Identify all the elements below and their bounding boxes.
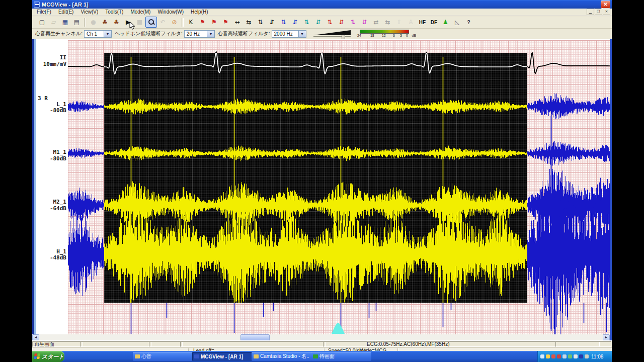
runner-icon[interactable]: K bbox=[185, 17, 197, 28]
scale-up-mid-icon[interactable]: ⇅ bbox=[324, 17, 336, 28]
compress-vertical-icon[interactable]: ⇵ bbox=[266, 17, 278, 28]
channel-name-M2_1: M2_1 bbox=[53, 199, 67, 205]
tray-icon-5[interactable] bbox=[562, 354, 567, 358]
df-filter-button[interactable]: DF bbox=[428, 17, 440, 28]
menu-item-7[interactable]: Help(H) bbox=[187, 9, 211, 15]
ecg-scale-label: 10mm/mV bbox=[43, 61, 66, 67]
status-pane-3 bbox=[149, 341, 183, 347]
help-button[interactable]: ? bbox=[463, 17, 474, 28]
tray-icon-7[interactable] bbox=[574, 354, 578, 358]
chevron-down-icon[interactable]: ▼ bbox=[207, 30, 215, 38]
volume-thumb[interactable] bbox=[342, 35, 345, 39]
channel-gain-L_1: -80dB bbox=[50, 107, 66, 114]
meter-tick-label: -24 bbox=[356, 34, 361, 37]
level-meter: -24-18-12-6-3-0dB bbox=[360, 29, 420, 38]
scroll-right-icon[interactable]: ► bbox=[603, 334, 610, 340]
tray-icon-9[interactable] bbox=[585, 354, 589, 358]
shift-right-icon[interactable]: ⇆ bbox=[382, 17, 393, 28]
scale-down-mid-icon[interactable]: ⇵ bbox=[336, 17, 347, 28]
taskbar-task-3[interactable]: Camtasia Studio - 名.. bbox=[252, 352, 312, 361]
scale-down-ecg-icon[interactable]: ⇵ bbox=[289, 17, 301, 28]
play-channel-label: 心音再生チャンネル: bbox=[35, 30, 83, 37]
mdi-minimize-button[interactable]: ▁ bbox=[587, 9, 594, 15]
task-label: Camtasia Studio - 名.. bbox=[260, 353, 309, 360]
taskbar-task-1[interactable]: 心音 bbox=[133, 352, 193, 361]
close-button[interactable]: ✕ bbox=[601, 1, 610, 9]
menu-item-1[interactable]: File(F) bbox=[33, 9, 55, 15]
scale-up-low-icon[interactable]: ⇅ bbox=[301, 17, 312, 28]
level-meter-bar bbox=[360, 30, 409, 34]
magnifier-icon bbox=[148, 19, 154, 25]
scale-down-low-icon[interactable]: ⇵ bbox=[312, 17, 324, 28]
hf-filter-button[interactable]: HF bbox=[417, 17, 428, 28]
tray-icon-1[interactable] bbox=[540, 354, 544, 358]
mdi-close-button[interactable]: ✕ bbox=[603, 9, 610, 15]
control-bar: 心音再生チャンネル: Ch 1 ▼ ヘッドホン低域遮断フィルタ: 20 Hz ▼… bbox=[32, 29, 612, 39]
chevron-down-icon[interactable]: ▼ bbox=[104, 30, 112, 38]
tray-icons bbox=[540, 354, 590, 358]
scale-up-ecg-icon[interactable]: ⇅ bbox=[278, 17, 289, 28]
shift-left-icon[interactable]: ⇄ bbox=[370, 17, 382, 28]
mdi-restore-button[interactable]: ❐ bbox=[595, 9, 602, 15]
tray-icon-4[interactable] bbox=[557, 354, 561, 358]
marker-label: 3 R bbox=[38, 95, 48, 102]
status-mode-pane: 再生画面 bbox=[32, 341, 83, 347]
highcut-select[interactable]: 2000 Hz ▼ bbox=[272, 30, 306, 38]
pointer-tool-icon[interactable]: ◺ bbox=[451, 17, 463, 28]
menu-item-3[interactable]: View(V) bbox=[77, 9, 102, 15]
taskbar-task-4[interactable]: 待画面 bbox=[311, 352, 371, 361]
scroll-left-icon[interactable]: ◄ bbox=[32, 334, 39, 340]
expand-vertical-icon[interactable]: ⇅ bbox=[255, 17, 266, 28]
app-icon bbox=[34, 2, 40, 8]
menu-item-2[interactable]: Edit(E) bbox=[55, 9, 77, 15]
menu-item-5[interactable]: Mode(M) bbox=[127, 9, 154, 15]
volume-slider[interactable] bbox=[313, 30, 353, 38]
highcut-label: 心音高域遮断フィルタ: bbox=[218, 30, 270, 37]
patient-icon[interactable]: ♟ bbox=[440, 17, 451, 28]
open-file-icon: ▱ bbox=[48, 17, 59, 28]
task-label: 心音 bbox=[141, 353, 151, 360]
cancel-icon[interactable]: ⊘ bbox=[169, 17, 180, 28]
meter-tick-label: -3 bbox=[399, 34, 402, 37]
tray-icon-6[interactable] bbox=[568, 354, 572, 358]
horizontal-scrollbar[interactable]: ◄ ► bbox=[32, 334, 610, 340]
scale-down-high-icon[interactable]: ⇵ bbox=[359, 17, 370, 28]
task-icon bbox=[135, 354, 140, 358]
mouse-cursor-icon bbox=[129, 21, 135, 30]
play-channel-select[interactable]: Ch 1 ▼ bbox=[84, 30, 112, 38]
chart-canvas[interactable] bbox=[68, 40, 610, 334]
status-pane-6 bbox=[555, 341, 611, 347]
system-tray: 11:08 bbox=[537, 351, 612, 362]
meter-tick-label: -18 bbox=[369, 34, 374, 37]
flag-3-icon[interactable]: ⚑ bbox=[220, 17, 231, 28]
start-button[interactable]: スタート bbox=[32, 351, 64, 362]
marker-next-icon[interactable]: ♣ bbox=[111, 17, 122, 28]
compress-horizontal-icon[interactable]: ⇆ bbox=[243, 17, 255, 28]
tray-icon-8[interactable] bbox=[579, 354, 583, 358]
tray-icon-3[interactable] bbox=[551, 354, 555, 358]
meter-tick-label: -0 bbox=[405, 34, 408, 37]
menu-item-6[interactable]: Window(W) bbox=[154, 9, 187, 15]
scrollbar-thumb[interactable] bbox=[240, 334, 270, 340]
scale-up-high-icon[interactable]: ⇅ bbox=[347, 17, 359, 28]
new-file-icon[interactable]: ▢ bbox=[36, 17, 48, 28]
chevron-down-icon[interactable]: ▼ bbox=[298, 30, 306, 38]
clock: 11:08 bbox=[591, 354, 603, 359]
task-icon bbox=[194, 354, 199, 358]
flag-1-icon[interactable]: ⚑ bbox=[197, 17, 208, 28]
expand-horizontal-icon[interactable]: ↔ bbox=[231, 17, 243, 28]
print-icon[interactable]: ▤ bbox=[71, 17, 83, 28]
lowcut-select[interactable]: 20 Hz ▼ bbox=[184, 30, 215, 38]
raise-icon: ⇧ bbox=[393, 17, 405, 28]
zoom-tool-icon[interactable] bbox=[145, 17, 157, 28]
tray-icon-2[interactable] bbox=[546, 354, 550, 358]
menu-item-4[interactable]: Tools(T) bbox=[102, 9, 127, 15]
flag-2-icon[interactable]: ⚑ bbox=[208, 17, 220, 28]
task-label: 待画面 bbox=[319, 353, 335, 360]
channel-gain-M1_1: -80dB bbox=[50, 155, 66, 162]
title-bar[interactable]: MCGView - [AR 1] ✕ bbox=[32, 0, 612, 9]
play-channel-value: Ch 1 bbox=[84, 30, 104, 38]
taskbar-task-2[interactable]: MCGView - [AR 1] bbox=[192, 352, 253, 361]
marker-prev-icon[interactable]: ♣ bbox=[99, 17, 111, 28]
save-icon[interactable]: ▦ bbox=[59, 17, 71, 28]
